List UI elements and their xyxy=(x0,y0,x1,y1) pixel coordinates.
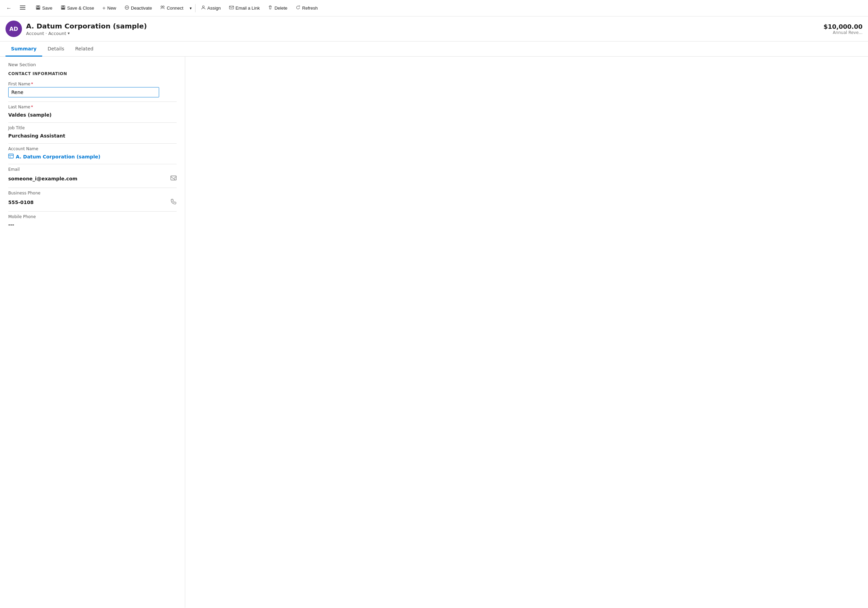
right-panel xyxy=(185,57,868,608)
svg-rect-0 xyxy=(20,6,25,6)
main-content: New Section CONTACT INFORMATION First Na… xyxy=(0,57,868,608)
left-panel: New Section CONTACT INFORMATION First Na… xyxy=(0,57,185,608)
divider-job-title xyxy=(8,143,177,144)
last-name-value: Valdes (sample) xyxy=(8,110,177,120)
account-name-label: Account Name xyxy=(8,146,177,151)
email-field-with-icon: someone_i@example.com xyxy=(8,172,177,185)
refresh-icon xyxy=(296,5,301,11)
back-button[interactable]: ← xyxy=(3,2,15,14)
first-name-required: * xyxy=(31,82,33,87)
svg-rect-14 xyxy=(229,6,234,9)
deactivate-button[interactable]: Deactivate xyxy=(120,0,156,16)
new-icon: + xyxy=(102,5,105,11)
delete-icon xyxy=(268,5,273,11)
connect-label: Connect xyxy=(167,6,183,11)
job-title-field-group: Job Title Purchasing Assistant xyxy=(8,126,177,141)
refresh-label: Refresh xyxy=(302,6,318,11)
svg-rect-8 xyxy=(61,8,65,9)
divider-email xyxy=(8,188,177,188)
job-title-label: Job Title xyxy=(8,126,177,130)
new-label: New xyxy=(107,6,116,11)
tab-related[interactable]: Related xyxy=(70,42,99,57)
save-icon xyxy=(36,5,40,11)
breadcrumb: Account · Account ▾ xyxy=(26,31,147,36)
menu-icon-button[interactable] xyxy=(17,2,29,14)
save-button[interactable]: Save xyxy=(31,0,57,16)
save-close-label: Save & Close xyxy=(67,6,94,11)
save-close-button[interactable]: Save & Close xyxy=(57,0,98,16)
job-title-value: Purchasing Assistant xyxy=(8,131,177,141)
svg-rect-2 xyxy=(20,9,25,9)
breadcrumb-entity[interactable]: Account ▾ xyxy=(48,31,70,36)
chevron-down-icon: ▾ xyxy=(68,31,70,36)
record-header-left: AD A. Datum Corporation (sample) Account… xyxy=(6,20,147,37)
business-phone-field-group: Business Phone 555-0108 xyxy=(8,191,177,208)
new-button[interactable]: + New xyxy=(98,0,120,16)
menu-icon xyxy=(20,5,25,11)
connect-icon xyxy=(160,5,165,11)
divider-first-name xyxy=(8,101,177,102)
avatar: AD xyxy=(6,20,22,37)
svg-rect-15 xyxy=(9,154,13,158)
deactivate-label: Deactivate xyxy=(131,6,152,11)
assign-label: Assign xyxy=(208,6,221,11)
delete-label: Delete xyxy=(274,6,287,11)
svg-point-12 xyxy=(163,6,164,7)
divider-last-name xyxy=(8,123,177,123)
first-name-input[interactable] xyxy=(8,87,159,98)
email-link-button[interactable]: Email a Link xyxy=(225,0,264,16)
save-close-icon xyxy=(61,5,65,11)
svg-rect-16 xyxy=(9,157,11,157)
last-name-required: * xyxy=(31,105,33,109)
first-name-label: First Name* xyxy=(8,82,177,87)
email-action-icon[interactable] xyxy=(170,175,177,182)
annual-revenue-amount: $10,000.00 xyxy=(823,23,862,30)
back-icon: ← xyxy=(6,5,12,11)
deactivate-icon xyxy=(124,5,129,11)
email-link-icon xyxy=(229,5,234,11)
svg-point-11 xyxy=(161,6,162,7)
toolbar: ← Save Save & Close xyxy=(0,0,868,17)
delete-button[interactable]: Delete xyxy=(264,0,291,16)
account-link-icon xyxy=(8,153,14,160)
tab-details[interactable]: Details xyxy=(42,42,70,57)
breadcrumb-type[interactable]: Account xyxy=(26,31,44,36)
account-name-field-group: Account Name A. Datum Corporation (sampl… xyxy=(8,146,177,161)
record-title: A. Datum Corporation (sample) xyxy=(26,22,147,30)
svg-rect-7 xyxy=(62,6,64,7)
tab-summary[interactable]: Summary xyxy=(6,42,42,57)
svg-rect-17 xyxy=(171,176,176,180)
mobile-phone-label: Mobile Phone xyxy=(8,214,177,219)
svg-rect-1 xyxy=(20,7,25,8)
annual-revenue-label: Annual Reve... xyxy=(823,30,862,35)
first-name-field-group: First Name* xyxy=(8,82,177,99)
business-phone-label: Business Phone xyxy=(8,191,177,195)
email-field-group: Email someone_i@example.com xyxy=(8,167,177,185)
svg-point-13 xyxy=(202,6,204,8)
connect-button[interactable]: Connect xyxy=(156,0,187,16)
account-name-link[interactable]: A. Datum Corporation (sample) xyxy=(8,152,177,161)
tabs-bar: Summary Details Related xyxy=(0,42,868,57)
assign-button[interactable]: Assign xyxy=(197,0,225,16)
refresh-button[interactable]: Refresh xyxy=(291,0,322,16)
chevron-down-icon: ▾ xyxy=(190,6,192,11)
assign-icon xyxy=(201,5,206,11)
more-button[interactable]: ▾ xyxy=(188,0,194,16)
separator-1 xyxy=(195,4,195,12)
record-header: AD A. Datum Corporation (sample) Account… xyxy=(0,17,868,42)
mobile-phone-value: --- xyxy=(8,220,177,230)
divider-business-phone xyxy=(8,211,177,212)
business-phone-value: 555-0108 xyxy=(8,197,34,207)
contact-info-title: CONTACT INFORMATION xyxy=(8,71,177,76)
last-name-field-group: Last Name* Valdes (sample) xyxy=(8,105,177,120)
svg-rect-5 xyxy=(37,8,40,9)
email-value: someone_i@example.com xyxy=(8,174,78,183)
business-phone-field-with-icon: 555-0108 xyxy=(8,196,177,208)
email-label: Email xyxy=(8,167,177,172)
email-link-label: Email a Link xyxy=(236,6,260,11)
record-header-right: $10,000.00 Annual Reve... xyxy=(823,23,862,35)
phone-action-icon[interactable] xyxy=(170,199,177,206)
last-name-label: Last Name* xyxy=(8,105,177,109)
save-label: Save xyxy=(42,6,53,11)
mobile-phone-field-group: Mobile Phone --- xyxy=(8,214,177,230)
